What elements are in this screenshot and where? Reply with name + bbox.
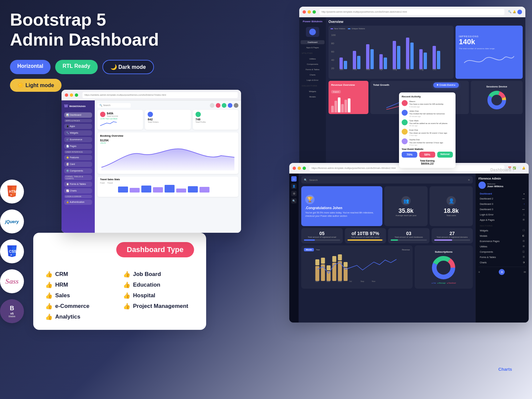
powerbi-nav-login[interactable]: Login & Error xyxy=(301,78,325,82)
webkitx-icon-3[interactable] xyxy=(222,103,226,108)
event-stat-1-val: 70% xyxy=(404,153,415,156)
dt-item-crm[interactable]: 👍 CRM xyxy=(45,271,116,278)
sidebar-item-ui: USER INTERFACE xyxy=(64,150,92,154)
fsr-nav-forms[interactable]: Forms & Tables ☰ xyxy=(478,255,526,259)
tab-month[interactable]: Month xyxy=(304,248,314,251)
sidebar-item-features[interactable]: ⭐ Features xyxy=(64,155,92,160)
fsr-nav-components[interactable]: Components ◫ xyxy=(478,249,526,254)
booking-title: Booking Overview xyxy=(100,134,236,137)
webkitx-icon-5[interactable] xyxy=(234,103,238,108)
webkitx-icon-4[interactable] xyxy=(228,103,232,108)
stat-card-profits: 748 Total Profits xyxy=(193,110,238,130)
revenue-export[interactable]: Export xyxy=(331,90,341,93)
powerbi-nav-components[interactable]: Components xyxy=(301,62,325,66)
florence-chart-row: Month Year Revenue xyxy=(301,245,473,320)
fsr-footer: ≡ ⚙ ✉ xyxy=(478,267,526,275)
sidebar-item-apps[interactable]: APPS & PAGES xyxy=(64,119,92,122)
fsr-nav-dashboard3[interactable]: Dashboard 3 ‹ xyxy=(478,201,526,206)
florence-icon-home[interactable]: ⌂ xyxy=(291,176,297,182)
powerbi-nav-charts[interactable]: Charts xyxy=(301,73,325,77)
webkitx-icon-1[interactable] xyxy=(210,103,214,108)
dt-item-hrm[interactable]: 👍 HRM xyxy=(45,281,116,289)
webkitx-browser-bar: https://webkitx-admin-template.multipurp… xyxy=(62,90,241,100)
florence-icon-people[interactable]: 👤 xyxy=(291,184,297,189)
dt-item-projectmgmt[interactable]: 👍 Project Management xyxy=(123,303,194,310)
florence-icon-sidebar: ⌂ 👤 ⚙ 🔍 xyxy=(289,174,299,323)
sidebar-item-ecommerce[interactable]: 🛒 Ecommerce xyxy=(64,137,92,142)
fsr-nav-ecommerce[interactable]: Ecommerce Pages ⊟ xyxy=(478,239,526,243)
fsr-title: Florence Admin xyxy=(478,177,526,180)
florence-icon-3[interactable]: ✉️ xyxy=(517,167,521,170)
sidebar-item-forms-link[interactable]: 📋 Forms & Tables xyxy=(64,182,92,187)
webkitx-search[interactable]: 🔍 Search xyxy=(97,103,131,108)
dt-item-ecommerce[interactable]: 👍 e-Commerce xyxy=(45,303,116,310)
dt-item-sales[interactable]: 👍 Sales xyxy=(45,292,116,299)
sidebar-item-card[interactable]: 🃏 Card xyxy=(64,162,92,167)
fsr-nav-dashboard[interactable]: Dashboard ● xyxy=(478,192,526,196)
users-icon: 👤 xyxy=(447,196,456,205)
florence-icon-4[interactable]: 🔔 xyxy=(522,167,525,170)
powerbi-nav-dashboard[interactable]: Dashboard xyxy=(301,40,325,44)
florence-search-close[interactable]: ✕ xyxy=(468,179,470,182)
fsr-nav-dashboard4[interactable]: Dashboard 3 ••• xyxy=(478,207,526,211)
sidebar-item-charts[interactable]: 📈 Charts xyxy=(64,188,92,194)
fsr-footer-mail[interactable]: ✉ xyxy=(524,271,526,274)
powerbi-bar-svg: 100 80 60 40 20 xyxy=(331,31,452,71)
svg-text:May: May xyxy=(393,68,397,71)
dt-item-education[interactable]: 👍 Education xyxy=(123,281,194,289)
sidebar-item-widgets[interactable]: 🔧 Widgets xyxy=(64,130,92,136)
sessions-title: Sessions Device xyxy=(486,85,507,88)
powerbi-nav-modals[interactable]: Modals xyxy=(301,95,325,99)
tech-jquery: jQuery xyxy=(0,209,24,233)
florence-search-bar[interactable]: 🔍 Search ✕ xyxy=(301,176,473,184)
powerbi-nav-apps[interactable]: Apps & Pages xyxy=(301,46,325,50)
florence-icon-settings[interactable]: ⚙ xyxy=(291,191,297,196)
sidebar-item-apps-link[interactable]: 📱 Apps xyxy=(64,124,92,129)
reach-card: 👥 35.8k Average reach per post xyxy=(384,186,428,226)
dt-item-analytics[interactable]: 👍 Analytics xyxy=(45,313,116,321)
fsr-badge-dashboard: ● xyxy=(523,193,525,195)
powerbi-nav-utilities[interactable]: Utilities xyxy=(301,57,325,61)
legend-new-visitors: New Visitors xyxy=(331,28,345,30)
fsr-nav-utilities[interactable]: Utilities ⊞ xyxy=(478,244,526,249)
fsr-nav-dashboard2[interactable]: Dashboard 2 ••• xyxy=(478,197,526,201)
sidebar-item-auth[interactable]: 🔒 Authentication xyxy=(64,200,92,205)
rev-bar-1 xyxy=(331,106,334,112)
fsr-nav-login[interactable]: Login & Error △ xyxy=(478,212,526,217)
sidebar-item-pages[interactable]: 📄 Pages xyxy=(64,144,92,149)
sidebar-item-components[interactable]: ⚙️ Components xyxy=(64,168,92,174)
svg-rect-27 xyxy=(379,54,383,69)
badge-horizontal[interactable]: Horizontal xyxy=(10,60,51,74)
powerbi-notif-icon[interactable]: 🔔 xyxy=(513,10,516,13)
fsr-footer-icon[interactable]: ⚙ xyxy=(499,269,505,275)
dt-item-hospital[interactable]: 👍 Hospital xyxy=(123,292,194,299)
powerbi-search-icon[interactable]: 🔍 xyxy=(508,10,511,13)
fsr-badge-dashboard2: ••• xyxy=(522,198,525,200)
dt-item-jobboard[interactable]: 👍 Job Board xyxy=(123,271,194,278)
powerbi-avatar[interactable] xyxy=(517,10,522,14)
create-event-button[interactable]: ✚ Create Event ▸ xyxy=(433,82,459,88)
webkitx-url-bar[interactable]: https://webkitx-admin-template.multipurp… xyxy=(82,92,238,98)
tab-year[interactable]: Year xyxy=(316,249,320,251)
svg-text:20: 20 xyxy=(331,67,334,70)
badge-light[interactable]: ☀️ Light mode xyxy=(10,79,62,92)
rev-bar-5 xyxy=(344,100,347,112)
badge-rtl[interactable]: RTL Ready xyxy=(55,60,97,74)
fsr-label-utilities: Utilities xyxy=(480,245,487,248)
florence-icon-search-sm[interactable]: 🔍 xyxy=(291,198,297,203)
users-label: Total users xyxy=(446,214,456,216)
webkitx-icon-2[interactable] xyxy=(216,103,220,108)
powerbi-nav-widgets[interactable]: Widgets xyxy=(301,89,325,93)
fsr-nav-apps[interactable]: Apps & Pages ⊞ xyxy=(478,217,526,222)
powerbi-url-bar[interactable]: http://powerbi-admin-template.multipurpo… xyxy=(320,9,504,15)
fsr-footer-menu[interactable]: ≡ xyxy=(478,271,480,274)
fsr-nav-charts[interactable]: Charts ◑ xyxy=(478,260,526,265)
powerbi-dot-green xyxy=(313,10,316,14)
fsr-nav-widgets[interactable]: Widgets ☐ xyxy=(478,228,526,233)
powerbi-nav-forms[interactable]: Forms & Tables xyxy=(301,67,325,71)
fsr-label-dashboard4: Dashboard 3 xyxy=(480,208,493,210)
badge-dark[interactable]: 🌙 Dark mode xyxy=(102,60,154,74)
fsr-nav-modals[interactable]: Modals ◧ xyxy=(478,233,526,238)
ra-time-4: 1 hour ago xyxy=(409,134,447,136)
sidebar-item-dashboard[interactable]: 📊 Dashboard xyxy=(64,112,92,118)
